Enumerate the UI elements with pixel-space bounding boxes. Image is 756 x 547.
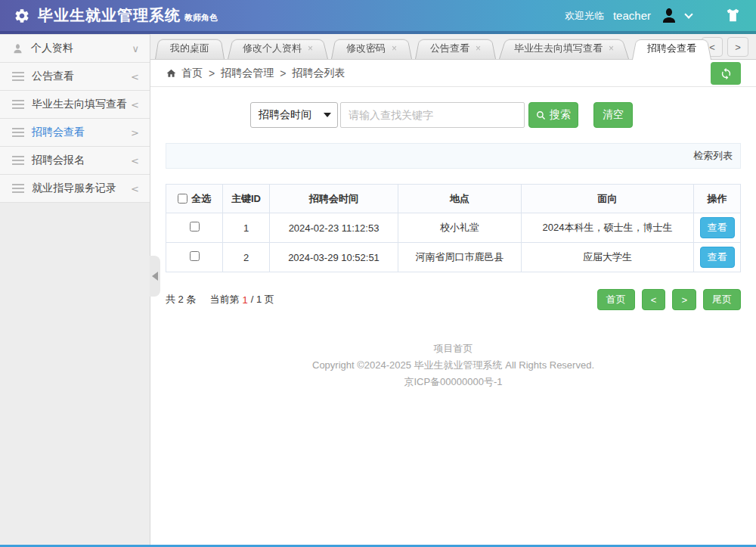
select-caret-icon: [324, 113, 331, 117]
tabs-scroll-right-button[interactable]: >: [727, 37, 748, 57]
tab-edit-profile[interactable]: 修改个人资料 ×: [228, 37, 328, 59]
sidebar-item-graduate-destination[interactable]: 毕业生去向填写查看 <: [0, 91, 150, 119]
username: teacher: [613, 9, 651, 22]
next-page-button[interactable]: >: [672, 289, 696, 310]
last-page-button[interactable]: 尾页: [703, 289, 741, 310]
close-icon[interactable]: ×: [609, 43, 614, 54]
sidebar-collapse-handle[interactable]: [150, 256, 160, 297]
breadcrumb-separator: >: [209, 67, 215, 79]
select-all-label: 全选: [191, 192, 211, 206]
menu-icon: [12, 100, 24, 109]
table-row: 1 2024-02-23 11:12:53 校小礼堂 2024本科生，硕士生，博…: [166, 213, 741, 243]
tab-jobfair-view[interactable]: 招聘会查看: [632, 37, 711, 59]
refresh-icon: [720, 67, 733, 80]
row-checkbox[interactable]: [190, 222, 200, 232]
column-header-audience: 面向: [522, 185, 694, 213]
first-page-button[interactable]: 首页: [597, 289, 635, 310]
tab-my-desktop[interactable]: 我的桌面: [155, 37, 225, 59]
cell-audience: 应届大学生: [522, 243, 694, 272]
table-row: 2 2024-03-29 10:52:51 河南省周口市鹿邑县 应届大学生 查看: [166, 243, 741, 272]
chevron-left-icon: <: [131, 71, 139, 82]
tab-graduate-destination[interactable]: 毕业生去向填写查看 ×: [499, 37, 629, 59]
table-header-row: 全选 主键ID 招聘会时间 地点 面向 操作: [166, 185, 741, 213]
close-icon[interactable]: ×: [308, 43, 313, 54]
menu-icon: [12, 128, 24, 137]
sidebar-item-jobfair-view[interactable]: 招聘会查看 >: [0, 119, 150, 147]
sidebar-item-label: 招聘会查看: [32, 126, 85, 139]
chevron-left-icon: <: [131, 99, 139, 110]
current-page-number: 1: [242, 294, 247, 306]
search-button[interactable]: 搜索: [528, 102, 578, 128]
cell-location: 河南省周口市鹿邑县: [398, 243, 522, 272]
column-header-time: 招聘会时间: [270, 185, 398, 213]
sidebar-item-label: 公告查看: [32, 70, 74, 83]
sidebar-item-guidance-records[interactable]: 就业指导服务记录 <: [0, 175, 150, 203]
app-title: 毕业生就业管理系统: [38, 5, 181, 26]
cell-location: 校小礼堂: [398, 213, 522, 243]
copyright-text: Copyright ©2024-2025 毕业生就业管理系统 All Right…: [166, 357, 741, 374]
total-count-text: 共 2 条: [166, 293, 196, 306]
view-button[interactable]: 查看: [700, 247, 735, 268]
breadcrumb: 首页 > 招聘会管理 > 招聘会列表: [150, 60, 756, 87]
current-page-suffix: / 1 页: [251, 293, 274, 306]
list-panel-header: 检索列表: [166, 143, 741, 169]
collapse-arrow-icon: [152, 272, 158, 281]
cell-id: 2: [223, 243, 270, 272]
menu-icon: [12, 156, 24, 165]
tab-bar: 我的桌面 修改个人资料 × 修改密码 × 公告查看 × 毕业生去向填写查看 × …: [150, 34, 756, 60]
sidebar-item-profile[interactable]: 个人资料 ∨: [0, 35, 150, 63]
clear-button[interactable]: 清空: [593, 102, 633, 128]
chevron-left-icon: <: [131, 155, 139, 166]
refresh-button[interactable]: [711, 62, 741, 85]
cell-time: 2024-03-29 10:52:51: [270, 243, 398, 272]
main-content: 招聘会时间 搜索 清空 检索列表: [150, 87, 756, 545]
menu-icon: [12, 72, 24, 81]
sidebar-item-announcements[interactable]: 公告查看 <: [0, 63, 150, 91]
close-icon[interactable]: ×: [392, 43, 397, 54]
tab-announcements[interactable]: 公告查看 ×: [415, 37, 496, 59]
app-header: 毕业生就业管理系统 教师角色 欢迎光临 teacher: [0, 0, 756, 34]
breadcrumb-item[interactable]: 招聘会列表: [292, 67, 345, 80]
select-all-checkbox[interactable]: [178, 194, 187, 204]
tab-label: 修改密码: [346, 42, 386, 55]
project-home-link[interactable]: 项目首页: [434, 343, 473, 354]
column-header-actions: 操作: [694, 185, 741, 213]
row-checkbox[interactable]: [190, 251, 200, 261]
menu-icon: [12, 184, 24, 193]
filter-select[interactable]: 招聘会时间: [250, 102, 338, 128]
column-header-location: 地点: [398, 185, 522, 213]
sidebar-item-jobfair-signup[interactable]: 招聘会报名 <: [0, 147, 150, 175]
column-header-id: 主键ID: [223, 185, 270, 213]
tab-label: 修改个人资料: [243, 42, 302, 55]
chevron-right-icon: >: [131, 127, 139, 138]
chevron-left-icon: <: [131, 183, 139, 194]
breadcrumb-separator: >: [280, 67, 286, 79]
search-input[interactable]: [340, 102, 525, 128]
cell-audience: 2024本科生，硕士生，博士生: [522, 213, 694, 243]
current-page-prefix: 当前第: [209, 293, 239, 306]
user-menu-chevron-icon[interactable]: [684, 10, 692, 18]
welcome-text: 欢迎光临: [565, 9, 604, 23]
breadcrumb-home[interactable]: 首页: [181, 67, 203, 80]
user-icon: [12, 43, 23, 54]
sidebar-item-label: 个人资料: [31, 42, 73, 55]
sidebar: 个人资料 ∨ 公告查看 < 毕业生去向填写查看 < 招聘会查看 > 招聘会报名: [0, 34, 150, 545]
list-panel-title: 检索列表: [693, 149, 733, 163]
sidebar-item-label: 毕业生去向填写查看: [32, 98, 127, 111]
user-avatar-icon[interactable]: [660, 7, 678, 25]
tab-label: 毕业生去向填写查看: [514, 42, 603, 55]
breadcrumb-item[interactable]: 招聘会管理: [221, 67, 274, 80]
tab-change-password[interactable]: 修改密码 ×: [331, 37, 412, 59]
search-icon: [536, 110, 546, 120]
jobfair-table: 全选 主键ID 招聘会时间 地点 面向 操作 1 2024-02-23 11:1…: [166, 184, 741, 272]
view-button[interactable]: 查看: [700, 217, 735, 238]
sidebar-item-label: 招聘会报名: [32, 154, 85, 167]
theme-tshirt-icon[interactable]: [725, 8, 741, 23]
prev-page-button[interactable]: <: [642, 289, 666, 310]
close-icon[interactable]: ×: [476, 43, 481, 54]
tab-label: 招聘会查看: [647, 42, 696, 55]
cell-id: 1: [223, 213, 270, 243]
icp-text: 京ICP备00000000号-1: [166, 374, 741, 390]
pagination: 共 2 条 当前第 1 / 1 页 首页 < > 尾页: [166, 289, 741, 310]
page-footer: 项目首页 Copyright ©2024-2025 毕业生就业管理系统 All …: [166, 340, 741, 390]
